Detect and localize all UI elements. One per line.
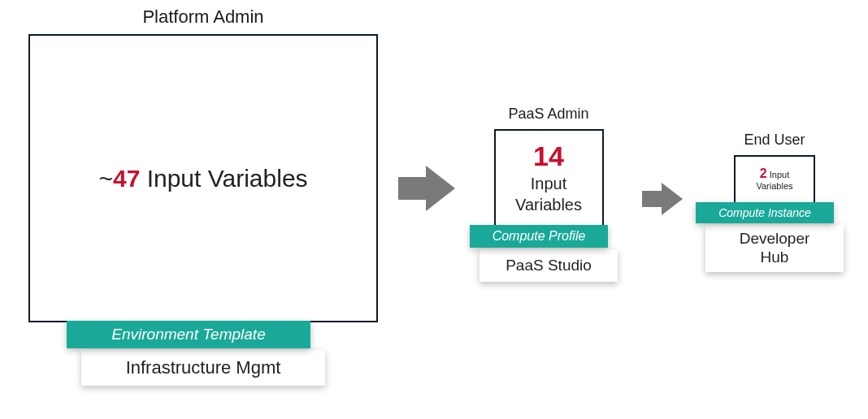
paas-admin-line1: Input (531, 174, 566, 193)
platform-admin-variables-text: ~47 Input Variables (98, 165, 307, 192)
platform-admin-box: ~47 Input Variables (28, 34, 378, 322)
developer-hub-line1: Developer (740, 230, 810, 248)
platform-admin-suffix: Input Variables (140, 165, 307, 192)
end-user-column: End User 2 Input Variables Compute Insta… (705, 132, 844, 272)
paas-admin-title: PaaS Admin (508, 106, 588, 123)
environment-template-card: Environment Template (67, 321, 310, 348)
paas-admin-cards: Compute Profile PaaS Studio (480, 225, 618, 282)
infrastructure-mgmt-card: Infrastructure Mgmt (81, 350, 325, 386)
compute-instance-card: Compute Instance (696, 202, 834, 223)
end-user-line2: Variables (756, 181, 792, 192)
platform-admin-count: 47 (113, 165, 140, 192)
diagram-stage: Platform Admin ~47 Input Variables Envir… (0, 0, 868, 419)
end-user-variables-text: 2 Input (760, 166, 789, 181)
platform-admin-column: Platform Admin ~47 Input Variables Envir… (28, 6, 378, 386)
svg-marker-1 (642, 183, 683, 215)
end-user-line1: Input (767, 170, 790, 179)
paas-admin-column: PaaS Admin 14 Input Variables Compute Pr… (480, 106, 618, 282)
arrow-icon (642, 180, 684, 218)
paas-studio-card: PaaS Studio (480, 249, 618, 282)
platform-admin-title: Platform Admin (142, 6, 263, 28)
developer-hub-card: Developer Hub (705, 225, 844, 272)
platform-admin-cards: Environment Template Infrastructure Mgmt (81, 321, 325, 386)
arrow-icon (398, 162, 457, 214)
end-user-cards: Compute Instance Developer Hub (705, 202, 844, 272)
svg-marker-0 (398, 166, 455, 211)
paas-admin-count: 14 (533, 141, 564, 171)
end-user-count: 2 (760, 166, 767, 180)
paas-admin-box: 14 Input Variables (494, 129, 604, 227)
compute-profile-card: Compute Profile (470, 225, 608, 248)
tilde-prefix: ~ (98, 165, 113, 192)
developer-hub-line2: Hub (740, 248, 810, 267)
end-user-title: End User (744, 132, 805, 149)
paas-admin-line2: Variables (515, 195, 582, 214)
end-user-box: 2 Input Variables (734, 155, 815, 204)
